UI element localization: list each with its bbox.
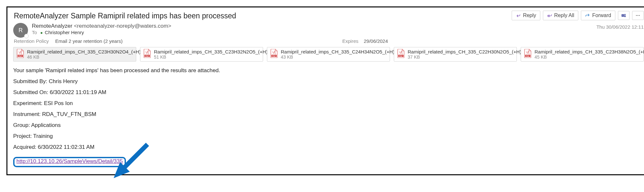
attachment-item[interactable]: PDF Ramipril_related_imps_CH_335_C24H34N… <box>267 47 390 62</box>
body-group: Group: Applications <box>13 122 644 129</box>
expires-label: Expires <box>342 38 358 44</box>
presence-indicator <box>24 34 29 38</box>
sample-detail-link[interactable]: http://10.123.10.26/SampleViews/Detail/3… <box>16 158 123 164</box>
recipient-name: Christopher Henry <box>45 30 84 35</box>
body-submitted-by: Submitted By: Chris Henry <box>13 78 644 85</box>
avatar-initial: R <box>19 27 23 34</box>
sender-line: RemoteAnalyzer <remoteanalyzer-noreply@w… <box>32 23 644 29</box>
retention-label: Retention Policy <box>14 38 49 44</box>
reply-label: Reply <box>523 13 536 18</box>
svg-point-4 <box>638 15 639 16</box>
attachment-item[interactable]: PDF Ramipril_related_imps_CH_335_C23H38N… <box>521 47 644 62</box>
attachment-item[interactable]: PDF Ramipril_related_imps_CH_335_C22H30N… <box>394 47 517 62</box>
svg-text:PDF: PDF <box>145 55 149 57</box>
reply-all-button[interactable]: Reply All <box>543 11 578 20</box>
body-acquired: Acquired: 6/30/2022 11:02:31 AM <box>13 144 644 150</box>
expires-value: 29/06/2024 <box>364 38 388 44</box>
email-header: R RemoteAnalyzer <remoteanalyzer-noreply… <box>13 23 644 38</box>
svg-point-2 <box>624 14 626 15</box>
avatar: R <box>13 23 28 38</box>
body-experiment: Experiment: ESI Pos Ion <box>13 100 644 107</box>
retention-row: Retention Policy Email 2 year retention … <box>14 38 644 44</box>
attachment-size: 46 KB <box>27 54 152 60</box>
attachment-size: 43 KB <box>281 54 405 60</box>
svg-text:PDF: PDF <box>526 55 530 57</box>
email-body: Your sample 'Ramipril related imps' has … <box>13 67 644 167</box>
reply-all-icon <box>547 13 552 18</box>
reply-all-label: Reply All <box>554 13 574 18</box>
body-instrument: Instrument: RDA_TUV_FTN_BSM <box>13 111 644 118</box>
svg-text:PDF: PDF <box>18 55 22 57</box>
body-intro: Your sample 'Ramipril related imps' has … <box>13 67 644 74</box>
email-reading-pane: RemoteAnalyzer Sample Ramipril related i… <box>6 6 644 175</box>
more-actions-button[interactable] <box>632 11 644 20</box>
reply-icon <box>516 13 521 18</box>
attachment-item[interactable]: PDF Ramipril_related_imps_CH_335_C23H32N… <box>140 47 263 62</box>
pdf-icon: PDF <box>143 49 151 60</box>
svg-text:PDF: PDF <box>272 55 276 57</box>
svg-point-5 <box>639 15 640 16</box>
verified-icon: ● <box>40 30 43 35</box>
teams-button[interactable]: T <box>618 11 630 20</box>
sender-name: RemoteAnalyzer <box>32 23 72 29</box>
attachment-size: 37 KB <box>408 54 532 60</box>
highlighted-link-box: http://10.123.10.26/SampleViews/Detail/3… <box>13 157 126 167</box>
teams-icon: T <box>621 13 626 18</box>
attachment-filename: Ramipril_related_imps_CH_335_C23H30N2O4_… <box>27 49 152 54</box>
action-toolbar: Reply Reply All Forward T <box>512 11 644 20</box>
body-project: Project: Training <box>13 133 644 139</box>
attachment-item[interactable]: PDF Ramipril_related_imps_CH_335_C23H30N… <box>13 47 136 62</box>
forward-label: Forward <box>592 13 611 18</box>
pdf-icon: PDF <box>270 49 278 60</box>
attachment-filename: Ramipril_related_imps_CH_335_C24H34N2O5_… <box>281 49 405 54</box>
body-submitted-on: Submitted On: 6/30/2022 11:01:19 AM <box>13 89 644 96</box>
attachment-filename: Ramipril_related_imps_CH_335_C23H32N2O5_… <box>154 49 279 54</box>
pdf-icon: PDF <box>16 49 24 60</box>
attachment-size: 51 KB <box>154 54 279 60</box>
attachment-size: 45 KB <box>535 54 644 60</box>
forward-icon <box>585 13 590 18</box>
received-timestamp: Thu 30/06/2022 12:11 <box>596 24 644 30</box>
forward-button[interactable]: Forward <box>581 11 615 20</box>
sender-email: <remoteanalyzer-noreply@waters.com> <box>74 23 171 29</box>
ellipsis-icon <box>635 13 640 18</box>
recipient-line: To ● Christopher Henry <box>32 30 644 35</box>
attachment-filename: Ramipril_related_imps_CH_335_C23H38N2O5_… <box>535 49 644 54</box>
svg-point-3 <box>636 15 637 16</box>
retention-value: Email 2 year retention (2 years) <box>55 38 122 44</box>
pdf-icon: PDF <box>397 49 405 60</box>
to-label: To <box>32 30 37 35</box>
attachment-filename: Ramipril_related_imps_CH_335_C22H30N2O5_… <box>408 49 532 54</box>
attachments-row: PDF Ramipril_related_imps_CH_335_C23H30N… <box>13 47 644 62</box>
svg-text:PDF: PDF <box>399 55 403 57</box>
svg-text:T: T <box>622 14 623 16</box>
pdf-icon: PDF <box>524 49 532 60</box>
reply-button[interactable]: Reply <box>512 11 540 20</box>
